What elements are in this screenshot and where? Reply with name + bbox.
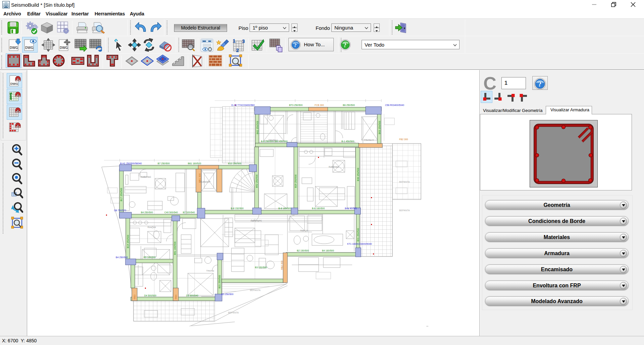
svg-text:DWG: DWG (60, 46, 68, 50)
svg-text:B21 250/500: B21 250/500 (218, 275, 221, 288)
svg-text:B19 250/500: B19 250/500 (127, 235, 129, 248)
svg-text:DWG: DWG (25, 46, 34, 50)
svg-text:B29 250/500: B29 250/500 (294, 174, 297, 188)
svg-text:ΑΣΑΝΣΕΡ: ΑΣΑΝΣΕΡ (200, 181, 211, 183)
svg-text:KT1 160HC03400/5040: KT1 160HC03400/5040 (347, 243, 372, 245)
svg-text:B31 250/500: B31 250/500 (357, 228, 359, 241)
svg-text:B4 250/500: B4 250/500 (141, 211, 153, 214)
svg-text:Καθιστικό: Καθιστικό (329, 166, 339, 168)
svg-text:B30 250/500: B30 250/500 (357, 168, 359, 181)
svg-text:B5 160/500: B5 160/500 (144, 256, 156, 258)
svg-text:ΒΕΡΑΝΤΑ: ΒΕΡΑΝΤΑ (250, 289, 261, 291)
svg-text:B-8 152/500: B-8 152/500 (231, 207, 244, 210)
svg-text:B62 250/500: B62 250/500 (256, 121, 259, 134)
svg-text:?: ? (538, 80, 542, 88)
svg-text:?: ? (343, 42, 346, 49)
svg-text:B-6 160/500: B-6 160/500 (312, 207, 325, 210)
svg-text:B7 250/500: B7 250/500 (158, 162, 170, 165)
svg-text:DWG: DWG (10, 82, 18, 85)
svg-text:Λουτρό: Λουτρό (300, 229, 308, 232)
svg-text:ΒΕΡΑΝΤΑ: ΒΕΡΑΝΤΑ (228, 311, 239, 314)
svg-text:Υπν/τιο: Υπν/τιο (206, 270, 214, 272)
svg-text:B10 250/500: B10 250/500 (228, 162, 241, 165)
svg-text:Υπν/τιο ΙΙ: Υπν/τιο ΙΙ (364, 139, 374, 141)
svg-text:ΦB3: ΦB3 (133, 295, 136, 299)
svg-text:D3 500/540: D3 500/540 (186, 294, 198, 297)
svg-text:B61 160/500: B61 160/500 (174, 241, 176, 255)
svg-text:D8 750/570: D8 750/570 (114, 209, 126, 212)
svg-text:DWG: DWG (10, 46, 18, 50)
svg-text:1: 1 (233, 38, 235, 44)
svg-text:B3 250/500: B3 250/500 (221, 293, 233, 295)
svg-text:Υπν/τιο Ι: Υπν/τιο Ι (268, 139, 277, 141)
svg-text:3: 3 (242, 39, 245, 44)
svg-text:B7 520/540: B7 520/540 (183, 211, 195, 214)
svg-text:B3 152/500: B3 152/500 (255, 266, 267, 269)
svg-text:B17 250/500: B17 250/500 (120, 188, 122, 201)
svg-text:B4 250/500: B4 250/500 (116, 256, 128, 258)
svg-text:B63 250/500: B63 250/500 (378, 121, 381, 134)
svg-text:ΦB1 300: ΦB1 300 (199, 173, 201, 183)
svg-text:E-H6 T7HC03400/560: E-H6 T7HC03400/560 (231, 104, 255, 106)
svg-text:ΦB2 300: ΦB2 300 (281, 261, 283, 270)
svg-text:B4 160/500: B4 160/500 (322, 249, 334, 252)
svg-text:Διάδρομος: Διάδρομος (251, 219, 262, 222)
svg-text:B-1 450/500: B-1 450/500 (341, 140, 354, 142)
svg-text:D4 500/500: D4 500/500 (144, 294, 156, 297)
svg-text:ΒΕΡΑΝΤΑ: ΒΕΡΑΝΤΑ (399, 209, 410, 212)
svg-text:Καθιστικό: Καθιστικό (141, 176, 151, 178)
svg-text:ΒΕΡΑΝΤΑ: ΒΕΡΑΝΤΑ (399, 181, 410, 183)
svg-text:FCB 300: FCB 300 (315, 104, 324, 106)
svg-text:B2 150/500: B2 150/500 (297, 249, 309, 252)
svg-text:2: 2 (236, 48, 239, 52)
svg-text:B4a 40/500: B4a 40/500 (345, 207, 357, 210)
svg-text:Κουζίνα: Κουζίνα (148, 226, 156, 229)
svg-text:B61 160/520: B61 160/520 (188, 162, 201, 165)
svg-text:?: ? (294, 42, 297, 48)
svg-text:C56 R03400/5040: C56 R03400/5040 (385, 104, 404, 106)
svg-text:FB2 300: FB2 300 (399, 138, 408, 140)
svg-text:B-8 160/500: B-8 160/500 (278, 207, 291, 210)
svg-text:BT3 250/500: BT3 250/500 (289, 104, 303, 106)
svg-text:B52 250/500: B52 250/500 (256, 174, 258, 188)
svg-text:ΦB4: ΦB4 (175, 295, 177, 299)
svg-text:C40 500/540: C40 500/540 (164, 211, 178, 214)
svg-text:B-H1 250/500/56040: B-H1 250/500/56040 (120, 162, 142, 165)
svg-text:B6 250/500: B6 250/500 (343, 104, 355, 106)
